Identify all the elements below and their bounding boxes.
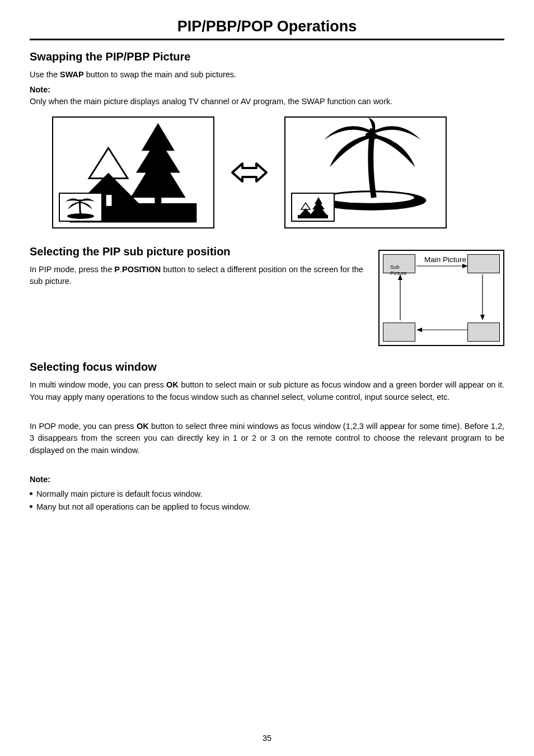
svg-marker-0 (130, 123, 186, 198)
focus-p2: In POP mode, you can press OK button to … (30, 421, 504, 457)
svg-marker-23 (398, 274, 402, 280)
focus-note-label-text: Note (30, 475, 48, 484)
tv-left (52, 116, 214, 228)
arrow-right-icon (416, 263, 468, 269)
svg-rect-5 (106, 195, 112, 206)
focus-heading: Selecting focus window (30, 361, 504, 374)
svg-marker-17 (462, 264, 468, 268)
corner-tr (467, 254, 500, 273)
palm-mini-icon (61, 195, 100, 221)
swap-note-text: Only when the main picture displays anal… (30, 96, 504, 108)
mountain-mini-icon (293, 195, 332, 221)
focus-bullets: Normally main picture is default focus w… (30, 488, 504, 514)
page-title: PIP/PBP/POP Operations (30, 18, 504, 35)
f2b: OK (137, 422, 149, 431)
swap-instruction: Use the SWAP button to swap the main and… (30, 69, 504, 81)
position-section: Selecting the PIP sub picture position I… (30, 245, 504, 346)
f1a: In multi window mode, you can press (30, 380, 166, 389)
position-heading: Selecting the PIP sub picture position (30, 245, 364, 258)
bullet-2: Many but not all operations can be appli… (30, 501, 504, 514)
note-label: Note: (30, 85, 50, 94)
position-diagram: Main Picture Sub Picture (378, 250, 504, 346)
focus-p1: In multi window mode, you can press OK b… (30, 379, 504, 404)
arrow-down-icon (480, 274, 485, 320)
arrow-left-icon (416, 327, 468, 333)
bullet-1: Normally main picture is default focus w… (30, 488, 504, 501)
swap-arrow-icon (231, 160, 268, 185)
swap-diagram-row (52, 116, 504, 228)
svg-marker-7 (232, 164, 266, 181)
svg-marker-12 (310, 197, 327, 215)
svg-marker-19 (480, 315, 485, 320)
swap-post: button to swap the main and sub pictures… (84, 70, 236, 79)
corner-bl (383, 323, 415, 342)
page-number: 35 (0, 734, 534, 743)
pos-c: POSITION (122, 265, 161, 274)
main-picture-label: Main Picture (424, 255, 466, 264)
title-divider (30, 39, 504, 40)
f1b: OK (166, 380, 179, 389)
svg-marker-21 (416, 328, 422, 332)
swap-note: Note: (30, 84, 504, 96)
pos-a: In PIP mode, press the (30, 265, 114, 274)
focus-note: Note: (30, 474, 504, 486)
position-text-block: Selecting the PIP sub picture position I… (30, 245, 364, 287)
svg-rect-15 (298, 215, 328, 218)
corner-tl: Sub Picture (383, 254, 415, 273)
svg-point-10 (366, 133, 371, 138)
swap-heading: Swapping the PIP/PBP Picture (30, 50, 504, 63)
position-instruction: In PIP mode, press the P.POSITION button… (30, 264, 364, 287)
note-label-text: Note (30, 85, 48, 94)
pip-small-left (59, 193, 102, 222)
f2a: In POP mode, you can press (30, 422, 137, 431)
tv-right (284, 116, 447, 228)
svg-point-11 (372, 134, 378, 139)
pos-b: P (114, 265, 120, 274)
corner-br (467, 323, 500, 342)
swap-pre: Use the (30, 70, 60, 79)
pip-small-right (291, 193, 335, 222)
swap-bold: SWAP (60, 70, 84, 79)
arrow-up-icon (397, 274, 403, 320)
focus-note-label: Note: (30, 475, 50, 484)
